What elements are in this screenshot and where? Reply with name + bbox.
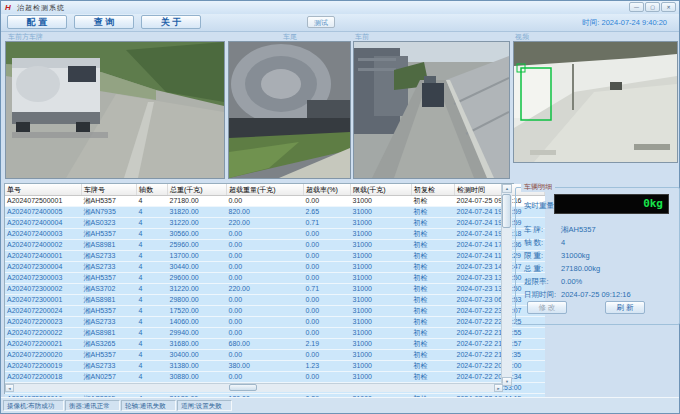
table-cell: 0.00 <box>227 229 304 240</box>
table-cell: 4 <box>137 196 168 207</box>
table-cell: 湘AS3265 <box>82 339 137 350</box>
table-cell: 31000 <box>351 295 412 306</box>
column-header[interactable]: 总重(千克) <box>168 184 227 196</box>
table-row[interactable]: A2024072400004湘AS0323431220.00220.000.71… <box>5 218 545 229</box>
table-row[interactable]: A2024072400001湘AS2733413700.000.000.0031… <box>5 251 545 262</box>
limit-value: 31000kg <box>561 251 590 260</box>
table-cell: 0.00 <box>227 240 304 251</box>
table-cell: 2024-07-22 21:11:35 <box>455 350 545 361</box>
table-cell: 初检 <box>412 196 455 207</box>
table-cell: 湘AS0323 <box>82 218 137 229</box>
table-row[interactable]: A2024072200020湘AH5357430400.000.000.0031… <box>5 350 545 361</box>
table-cell: 220.00 <box>227 218 304 229</box>
table-cell: 31220.00 <box>168 284 227 295</box>
table-cell: 0.00 <box>304 262 351 273</box>
minimize-icon[interactable]: — <box>629 2 644 12</box>
table-cell: A2024072300004 <box>5 262 82 273</box>
table-cell: A2024072400001 <box>5 251 82 262</box>
table-cell: 湘AH5357 <box>82 350 137 361</box>
table-cell: 4 <box>137 328 168 339</box>
gross-label: 总 重: <box>524 264 543 274</box>
table-cell: 31000 <box>351 273 412 284</box>
overrate-value: 0.00% <box>561 277 582 286</box>
scroll-left-icon[interactable]: ◄ <box>5 384 14 392</box>
config-button[interactable]: 配 置 <box>7 15 67 29</box>
table-cell: 初检 <box>412 306 455 317</box>
table-row[interactable]: A2024072500001湘AH5357427180.000.000.0031… <box>5 196 545 207</box>
about-button[interactable]: 关 于 <box>141 15 201 29</box>
table-row[interactable]: A2024072400005湘AN7935431820.00820.002.65… <box>5 207 545 218</box>
table-row[interactable]: A2024072200018湘AN0257430880.000.000.0031… <box>5 372 545 383</box>
table-cell: 2024-07-22 21:44:55 <box>455 328 545 339</box>
horizontal-scrollbar[interactable]: ◄ ► <box>5 383 503 392</box>
table-row[interactable]: A2024072200024湘AH5357417520.000.000.0031… <box>5 306 545 317</box>
table-row[interactable]: A2024072300003湘AH5357429600.000.000.0031… <box>5 273 545 284</box>
table-row[interactable]: A2024072200023湘AS2733414060.000.000.0031… <box>5 317 545 328</box>
table-cell: 初检 <box>412 284 455 295</box>
camera-label-front: 车前 <box>355 32 369 41</box>
column-header[interactable]: 超载重量(千克) <box>227 184 304 196</box>
table-cell: 4 <box>137 306 168 317</box>
horizontal-scroll-thumb[interactable] <box>229 384 257 391</box>
column-header[interactable]: 单号 <box>5 184 82 196</box>
scroll-up-icon[interactable]: ▲ <box>502 184 512 193</box>
table-cell: 30400.00 <box>168 350 227 361</box>
table-cell: 4 <box>137 240 168 251</box>
realtime-weight-label: 实时重量: <box>524 201 556 211</box>
table-cell: 0.00 <box>227 196 304 207</box>
column-header[interactable]: 车牌号 <box>82 184 137 196</box>
table-cell: 680.00 <box>227 339 304 350</box>
camera-label-plate: 车前方车牌 <box>8 32 43 41</box>
records-table: 单号车牌号轴数总重(千克)超载重量(千克)超载率(%)限载(千克)初复检检测时间… <box>4 183 514 394</box>
table-row[interactable]: A2024072200021湘AS3265431680.00680.002.19… <box>5 339 545 350</box>
column-header[interactable]: 轴数 <box>137 184 168 196</box>
table-row[interactable]: A2024072200019湘AS2733431380.00380.001.23… <box>5 361 545 372</box>
table-row[interactable]: A2024072400003湘AH5357430560.000.000.0031… <box>5 229 545 240</box>
status-scale: 衡器:通讯正常 <box>65 400 120 411</box>
close-icon[interactable]: ✕ <box>661 2 676 12</box>
table-cell: 湘AS2733 <box>82 262 137 273</box>
column-header[interactable]: 初复检 <box>412 184 455 196</box>
table-cell: 湘AH5357 <box>82 196 137 207</box>
table-cell: 0.00 <box>227 251 304 262</box>
table-cell: 0.00 <box>227 273 304 284</box>
vertical-scroll-thumb[interactable] <box>502 194 511 228</box>
table-cell: 4 <box>137 207 168 218</box>
table-cell: A2024072200023 <box>5 317 82 328</box>
table-cell: 湘AS2733 <box>82 361 137 372</box>
app-icon: H <box>5 3 13 12</box>
table-row[interactable]: A2024072300002湘AS3702431220.00220.000.71… <box>5 284 545 295</box>
table-cell: 31820.00 <box>168 207 227 218</box>
table-cell: 0.00 <box>304 251 351 262</box>
table-row[interactable]: A2024072300004湘AS2733430440.000.000.0031… <box>5 262 545 273</box>
table-cell: 湘AS2733 <box>82 251 137 262</box>
table-cell: 湘AH5357 <box>82 229 137 240</box>
maximize-icon[interactable]: ▢ <box>645 2 660 12</box>
table-cell: 31220.00 <box>168 218 227 229</box>
table-cell: 初检 <box>412 328 455 339</box>
scroll-right-icon[interactable]: ► <box>494 384 503 392</box>
query-button[interactable]: 查 询 <box>74 15 134 29</box>
window-title: 治超检测系统 <box>17 3 65 13</box>
column-header[interactable]: 限载(千克) <box>351 184 412 196</box>
table-row[interactable]: A2024072200022湘AS8981429940.000.000.0031… <box>5 328 545 339</box>
column-header[interactable]: 超载率(%) <box>304 184 351 196</box>
table-cell: 31000 <box>351 306 412 317</box>
title-bar: H 治超检测系统 — ▢ ✕ <box>1 1 679 15</box>
table-cell: A2024072200018 <box>5 372 82 383</box>
table-cell: 820.00 <box>227 207 304 218</box>
status-barrier: 道闸:设置失败 <box>177 400 232 411</box>
table-cell: 2024-07-22 20:02:34 <box>455 372 545 383</box>
table-cell: 湘AH5357 <box>82 273 137 284</box>
scroll-down-icon[interactable]: ▼ <box>502 377 512 386</box>
table-cell: A2024072500001 <box>5 196 82 207</box>
table-cell: A2024072300003 <box>5 273 82 284</box>
table-cell: 25960.00 <box>168 240 227 251</box>
vertical-scrollbar[interactable]: ▲ ▼ <box>501 184 512 386</box>
test-button[interactable]: 测试 <box>307 16 335 28</box>
modify-button[interactable]: 修 改 <box>527 301 567 314</box>
table-cell: 初检 <box>412 207 455 218</box>
refresh-button[interactable]: 刷 新 <box>605 301 645 314</box>
table-row[interactable]: A2024072300001湘AS8981429800.000.000.0031… <box>5 295 545 306</box>
table-row[interactable]: A2024072400002湘AS8981425960.000.000.0031… <box>5 240 545 251</box>
